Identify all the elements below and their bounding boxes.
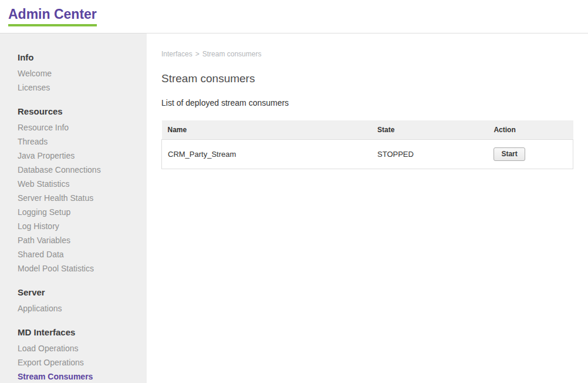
sidebar-item-path-variables[interactable]: Path Variables [18, 233, 141, 247]
sidebar-item-java-properties[interactable]: Java Properties [18, 149, 141, 163]
sidebar-section-heading-info: Info [18, 52, 141, 63]
sidebar-item-threads[interactable]: Threads [18, 135, 141, 149]
column-header-name: Name [162, 120, 372, 140]
table-row: CRM_Party_StreamSTOPPEDStart [162, 140, 573, 169]
sidebar-section-heading-resources: Resources [18, 106, 141, 117]
table-body: CRM_Party_StreamSTOPPEDStart [162, 140, 573, 169]
sidebar: InfoWelcomeLicensesResourcesResource Inf… [0, 33, 147, 383]
sidebar-item-database-connections[interactable]: Database Connections [18, 163, 141, 177]
sidebar-item-shared-data[interactable]: Shared Data [18, 247, 141, 261]
app-header: Admin Center [0, 0, 588, 33]
sidebar-section-heading-server: Server [18, 287, 141, 298]
breadcrumb: Interfaces>Stream consumers [161, 50, 573, 58]
page-title: Stream consumers [161, 72, 573, 85]
table-header-row: NameStateAction [162, 120, 573, 140]
table-header: NameStateAction [162, 120, 573, 140]
sidebar-section-heading-md-interfaces: MD Interfaces [18, 327, 141, 338]
sidebar-item-export-operations[interactable]: Export Operations [18, 355, 141, 369]
stream-consumers-table: NameStateAction CRM_Party_StreamSTOPPEDS… [161, 120, 573, 169]
start-button[interactable]: Start [494, 147, 525, 161]
sidebar-item-log-history[interactable]: Log History [18, 219, 141, 233]
app-title[interactable]: Admin Center [8, 6, 97, 26]
sidebar-item-load-operations[interactable]: Load Operations [18, 341, 141, 355]
sidebar-item-applications[interactable]: Applications [18, 301, 141, 315]
sidebar-item-server-health-status[interactable]: Server Health Status [18, 191, 141, 205]
column-header-state: State [371, 120, 488, 140]
sidebar-item-logging-setup[interactable]: Logging Setup [18, 205, 141, 219]
sidebar-item-web-statistics[interactable]: Web Statistics [18, 177, 141, 191]
sidebar-item-welcome[interactable]: Welcome [18, 66, 141, 80]
cell-state: STOPPED [371, 140, 488, 169]
sidebar-item-stream-consumers[interactable]: Stream Consumers [18, 369, 141, 383]
cell-name: CRM_Party_Stream [162, 140, 372, 169]
sidebar-item-licenses[interactable]: Licenses [18, 80, 141, 95]
cell-action: Start [488, 140, 573, 169]
page-subtitle: List of deployed stream consumers [161, 98, 573, 107]
app-body: InfoWelcomeLicensesResourcesResource Inf… [0, 33, 588, 383]
breadcrumb-item-interfaces[interactable]: Interfaces [161, 50, 192, 58]
breadcrumb-item-stream-consumers[interactable]: Stream consumers [202, 50, 262, 58]
sidebar-item-resource-info[interactable]: Resource Info [18, 120, 141, 135]
breadcrumb-separator: > [195, 50, 200, 58]
sidebar-item-model-pool-statistics[interactable]: Model Pool Statistics [18, 261, 141, 276]
main-content: Interfaces>Stream consumers Stream consu… [147, 33, 588, 383]
column-header-action: Action [488, 120, 573, 140]
